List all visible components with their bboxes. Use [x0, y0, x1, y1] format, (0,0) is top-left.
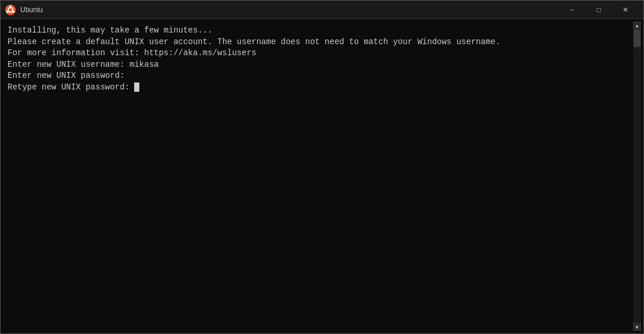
maximize-button[interactable]: □	[585, 1, 612, 19]
terminal-line2: Please create a default UNIX user accoun…	[8, 37, 501, 46]
terminal-line3: For more information visit: https://aka.…	[8, 48, 256, 58]
svg-point-2	[9, 5, 12, 8]
terminal-content[interactable]: Installing, this may take a few minutes.…	[3, 21, 633, 331]
window-title: Ubuntu	[20, 6, 43, 14]
scrollbar[interactable]: ▲ ▼	[633, 21, 641, 331]
terminal-line1: Installing, this may take a few minutes.…	[8, 26, 213, 35]
svg-point-4	[6, 10, 9, 13]
titlebar-controls: − □ ✕	[559, 1, 639, 19]
terminal-line5: Enter new UNIX password:	[8, 71, 125, 80]
scroll-up-button[interactable]: ▲	[633, 21, 641, 30]
minimize-button[interactable]: −	[559, 1, 585, 19]
scrollbar-thumb[interactable]	[634, 30, 641, 47]
terminal-line4: Enter new UNIX username: mikasa	[8, 60, 159, 69]
cursor	[134, 82, 139, 92]
svg-point-3	[12, 10, 15, 13]
terminal-body: Installing, this may take a few minutes.…	[1, 19, 643, 333]
titlebar-left: Ubuntu	[5, 5, 43, 15]
ubuntu-logo-icon	[5, 5, 16, 15]
scroll-down-button[interactable]: ▼	[633, 323, 641, 331]
titlebar: Ubuntu − □ ✕	[1, 1, 643, 19]
ubuntu-window: Ubuntu − □ ✕ Installing, this may take a…	[0, 0, 644, 334]
scrollbar-track	[633, 30, 641, 323]
terminal-output: Installing, this may take a few minutes.…	[3, 21, 633, 97]
close-button[interactable]: ✕	[612, 1, 639, 19]
terminal-line6: Retype new UNIX password:	[8, 82, 134, 92]
